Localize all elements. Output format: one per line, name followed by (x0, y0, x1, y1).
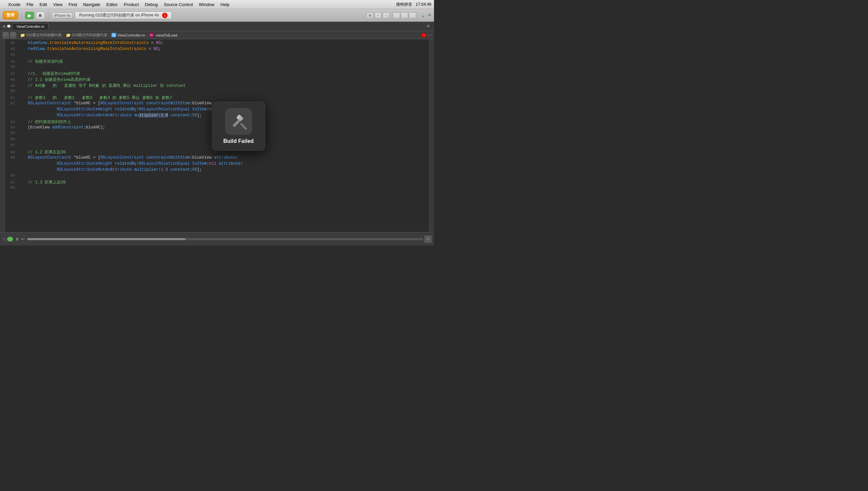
breadcrumb-folder2[interactable]: 📁 010通过代码创建约束 (66, 32, 107, 37)
back-btn[interactable]: ‹ (375, 12, 381, 19)
breadcrumb: ‹ › 📁 010通过代码创建约束 › 📁 010通过代码创建约束 › m Vi… (0, 31, 434, 39)
code-line-46: 46 (5, 65, 429, 71)
size-grip[interactable]: ⊞ (425, 236, 431, 242)
tab-label: Running 010通过代码创建约束 on iPhone 4s (79, 13, 159, 18)
nav-back-btn[interactable]: ‹ (3, 32, 9, 38)
build-failed-dialog: Build Failed (212, 101, 266, 151)
menu-find[interactable]: Find (66, 1, 80, 8)
bc-left-arrow[interactable]: ‹ (428, 33, 429, 37)
nav-forward-btn[interactable]: › (10, 32, 16, 38)
run-indicator[interactable] (7, 237, 13, 241)
line-num: 50 (5, 89, 18, 93)
breadcrumb-folder1[interactable]: 📁 010通过代码创建约束 (20, 32, 62, 37)
active-tab[interactable]: Running 010通过代码创建约束 on iPhone 4s 1 (75, 11, 172, 19)
code-line-44: 44 (5, 53, 429, 59)
separator (22, 11, 22, 20)
comment-icon[interactable]: 💬 (7, 25, 11, 28)
code-line-62: 62 (5, 185, 429, 192)
menu-xcode[interactable]: Xcode (5, 1, 23, 8)
line-num: 55 (5, 131, 18, 135)
error-badge: 1 (162, 13, 167, 18)
bottom-bar: □ ⏸ ↩ ⊞ (0, 232, 434, 246)
console-toggle[interactable]: □ (3, 237, 5, 241)
code-line-47: 47 //1. 创建蓝色view的约束 (5, 71, 429, 77)
line-num: 60 (5, 173, 18, 177)
code-line-45: 45 // 创建并添加约束 (5, 59, 429, 65)
layout-single[interactable] (393, 12, 400, 19)
menu-help[interactable]: Help (218, 1, 232, 8)
line-num: 57 (5, 143, 18, 147)
line-num: 44 (5, 53, 18, 57)
line-num: 58 (5, 150, 18, 154)
input-method: 搜狗拼音 (396, 2, 412, 7)
code-editor[interactable]: 42 blueView.translatesAutoresizingMaskIn… (5, 39, 429, 232)
add-button[interactable]: + (428, 12, 431, 19)
code-line-59b: NSLayoutAttributeNotAnAttribute multipli… (5, 167, 429, 173)
code-line-42: 42 blueView.translatesAutoresizingMaskIn… (5, 40, 429, 47)
add-file-tab[interactable]: + (424, 23, 433, 30)
code-line-50: 50 (5, 89, 429, 95)
menubar: Xcode File Edit View Find Navigate Edito… (0, 0, 434, 9)
bc-sep1: › (63, 33, 64, 37)
pause-indicator[interactable]: ⏸ (15, 237, 19, 241)
method-icon: m (149, 33, 154, 37)
line-content: NSLayoutAttributeNotAnAttribute multipli… (18, 167, 429, 172)
line-num: 59 (5, 155, 18, 160)
bc-label2: 010通过代码创建约束 (72, 32, 107, 37)
step-indicator[interactable]: ↩ (21, 237, 25, 241)
line-num: 54 (5, 125, 18, 129)
bc-right-arrow[interactable]: › (430, 33, 431, 37)
stop-button[interactable]: 暂停 (3, 11, 18, 20)
bc-sep2: › (109, 33, 110, 37)
menu-navigate[interactable]: Navigate (80, 1, 103, 8)
menu-product[interactable]: Product (121, 1, 142, 8)
navigator-icon[interactable]: ⊞ (3, 25, 5, 28)
breadcrumb-right: ! ‹ › (422, 33, 431, 37)
menu-edit[interactable]: Edit (37, 1, 50, 8)
tab-bar: Running 010通过代码创建约束 on iPhone 4s 1 (75, 11, 363, 19)
file-icon: m (111, 33, 116, 37)
search-bar[interactable]: 🔍 (417, 12, 426, 18)
line-content: // 1.3 距离上边30 (18, 179, 429, 185)
line-content: blueView.translatesAutoresizingMaskIntoC… (18, 40, 429, 45)
scroll-thumb[interactable] (27, 238, 186, 240)
file-tab-viewcontroller[interactable]: ViewController.m (12, 23, 49, 30)
grid-view-btn[interactable]: ⊞ (367, 12, 373, 19)
run-button[interactable]: ▶ (25, 12, 34, 19)
menu-file[interactable]: File (24, 1, 36, 8)
error-indicator: ! (422, 33, 426, 37)
line-num: 53 (5, 120, 18, 124)
pause-button[interactable]: ⏹ (36, 12, 45, 19)
layout-split[interactable] (401, 12, 408, 19)
left-gutter (0, 39, 5, 232)
line-content: redView.translatesAutoresizingMaskIntoCo… (18, 47, 429, 51)
line-num: 56 (5, 137, 18, 141)
breadcrumb-method[interactable]: m -viewDidLoad (149, 33, 177, 37)
line-content: //1. 创建蓝色view的约束 (18, 71, 429, 77)
line-num: 47 (5, 72, 18, 76)
menu-debug[interactable]: Debug (142, 1, 160, 8)
code-line-60: 60 (5, 173, 429, 179)
code-line-43: 43 redView.translatesAutoresizingMaskInt… (5, 47, 429, 53)
line-num: 52 (5, 101, 18, 105)
line-content: NSLayoutAttributeHeight relatedBy:NSLayo… (18, 161, 429, 166)
toolbar: 暂停 ▶ ⏹ iPhone 4s Running 010通过代码创建约束 on … (0, 9, 434, 22)
menu-view[interactable]: View (50, 1, 65, 8)
layout-triple[interactable] (409, 12, 416, 19)
menu-editor[interactable]: Editor (104, 1, 120, 8)
forward-btn[interactable]: › (383, 12, 389, 19)
device-selector[interactable]: iPhone 4s (52, 12, 73, 19)
separator2 (48, 11, 48, 20)
breadcrumb-file[interactable]: m ViewController.m (111, 33, 145, 37)
menu-source-control[interactable]: Source Control (161, 1, 196, 8)
line-num: 42 (5, 41, 18, 45)
horizontal-scrollbar[interactable] (27, 238, 423, 240)
svg-line-3 (241, 124, 246, 129)
line-content: // 创建并添加约束 (18, 59, 429, 64)
bc-label3: ViewController.m (117, 33, 145, 37)
code-line-48: 48 // 1.1 创建蓝色view高度的约束 (5, 77, 429, 83)
menu-window[interactable]: Window (196, 1, 217, 8)
line-num: 49 (5, 84, 18, 88)
layout-icons (393, 12, 416, 19)
line-content: NSLayoutConstraint *blueHC = [NSLayoutCo… (18, 155, 429, 160)
